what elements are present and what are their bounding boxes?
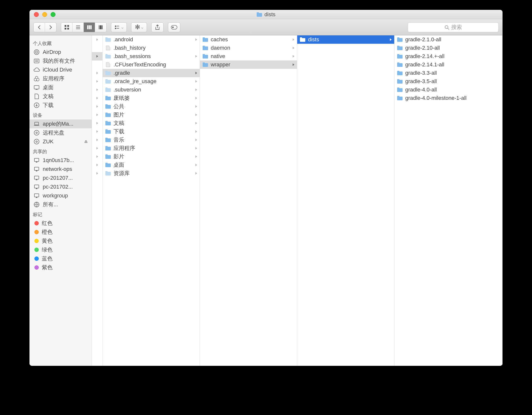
sidebar-item[interactable]: ZUK (29, 137, 92, 146)
chevron-right-icon (389, 38, 392, 42)
eject-icon[interactable] (84, 139, 88, 144)
sidebar-item[interactable]: AirDrop (29, 48, 92, 57)
sidebar-item[interactable]: network-ops (29, 165, 92, 174)
sidebar-item[interactable]: 我的所有文件 (29, 57, 92, 65)
file-row[interactable]: 资源库 (103, 169, 200, 178)
close-button[interactable] (34, 12, 39, 17)
tags-button[interactable] (168, 22, 180, 32)
sidebar-item[interactable]: 远程光盘 (29, 128, 92, 137)
sidebar-item[interactable]: 桌面 (29, 83, 92, 92)
pc-icon (33, 166, 40, 172)
column-preview-arrow[interactable] (92, 144, 102, 152)
file-row[interactable]: 应用程序 (103, 144, 200, 152)
column-preview-arrow[interactable] (92, 111, 102, 119)
sidebar-item[interactable]: 文稿 (29, 92, 92, 101)
sidebar-item[interactable]: iCloud Drive (29, 65, 92, 74)
chevron-right-icon (195, 54, 198, 58)
file-label: .gradle (113, 70, 130, 76)
file-row[interactable]: 音乐 (103, 136, 200, 144)
sidebar-item-label: network-ops (43, 166, 72, 172)
file-row[interactable]: .android (103, 35, 200, 44)
file-row[interactable]: .bash_sessions (103, 52, 200, 60)
share-button[interactable] (151, 22, 164, 32)
file-row[interactable]: gradle-2.10-all (394, 44, 502, 52)
file-row[interactable]: gradle-4.0-milestone-1-all (394, 94, 502, 102)
sidebar-item[interactable]: 所有... (29, 200, 92, 209)
column-preview-arrow[interactable] (92, 94, 102, 102)
file-row[interactable]: dists (297, 35, 394, 44)
sidebar-item[interactable]: 蓝色 (29, 254, 92, 263)
column-preview-arrow[interactable] (92, 86, 102, 94)
file-row[interactable]: 图片 (103, 111, 200, 119)
file-row[interactable]: gradle-2.14.1-all (394, 60, 502, 69)
back-button[interactable] (34, 23, 45, 32)
file-row[interactable]: gradle-4.0-all (394, 86, 502, 94)
file-row[interactable]: .oracle_jre_usage (103, 77, 200, 86)
sidebar-item[interactable]: 橙色 (29, 228, 92, 237)
column-preview-arrow[interactable] (92, 44, 102, 52)
file-row[interactable]: wrapper (200, 60, 297, 69)
sidebar-item[interactable]: 紫色 (29, 263, 92, 272)
file-row[interactable]: 下载 (103, 127, 200, 136)
column-preview-arrow[interactable] (92, 136, 102, 144)
sidebar-item[interactable]: pc-201702... (29, 182, 92, 191)
column-preview-arrow[interactable] (92, 60, 102, 69)
file-row[interactable]: gradle-2.1.0-all (394, 35, 502, 44)
column-preview-arrow[interactable] (92, 102, 102, 111)
file-row[interactable]: caches (200, 35, 297, 44)
file-row[interactable]: daemon (200, 44, 297, 52)
column-preview-arrow[interactable] (92, 119, 102, 127)
search-field[interactable]: 搜索 (408, 22, 499, 32)
file-row[interactable]: 影片 (103, 152, 200, 161)
view-column-button[interactable] (84, 23, 95, 32)
tag-icon (34, 239, 39, 243)
sidebar-item[interactable]: 绿色 (29, 245, 92, 254)
column-preview-arrow[interactable] (92, 77, 102, 86)
sidebar-item[interactable]: apple的Ma... (29, 119, 92, 128)
file-row[interactable]: .subversion (103, 86, 200, 94)
sidebar-item[interactable]: workgroup (29, 191, 92, 200)
view-list-button[interactable] (72, 23, 84, 32)
sidebar-item[interactable]: 应用程序 (29, 74, 92, 83)
sidebar-item[interactable]: 下载 (29, 101, 92, 110)
arrange-button[interactable]: ⌵ (111, 22, 127, 32)
column-preview-arrow[interactable] (92, 127, 102, 136)
view-icon-button[interactable] (61, 23, 72, 32)
column-preview-arrow[interactable] (92, 169, 102, 178)
sidebar-item[interactable]: 红色 (29, 219, 92, 228)
file-label: .bash_sessions (113, 53, 151, 59)
file-row[interactable]: .bash_history (103, 44, 200, 52)
sidebar-item[interactable]: pc-201207... (29, 174, 92, 182)
svg-rect-13 (102, 25, 103, 29)
file-row[interactable]: 公共 (103, 102, 200, 111)
file-label: .subversion (113, 87, 141, 93)
svg-rect-24 (35, 60, 38, 60)
file-row[interactable]: 废纸篓 (103, 94, 200, 102)
file-row[interactable]: gradle-3.5-all (394, 77, 502, 86)
file-label: gradle-2.1.0-all (405, 36, 441, 43)
svg-rect-14 (115, 26, 116, 27)
column-preview-arrow[interactable] (92, 161, 102, 169)
file-row[interactable]: 文稿 (103, 119, 200, 127)
file-row[interactable]: .CFUserTextEncoding (103, 60, 200, 69)
fullscreen-button[interactable] (51, 12, 56, 17)
view-coverflow-button[interactable] (95, 23, 106, 32)
svg-rect-15 (115, 28, 116, 29)
file-row[interactable]: gradle-2.14.+-all (394, 52, 502, 60)
file-row[interactable]: 桌面 (103, 161, 200, 169)
file-row[interactable]: gradle-3.3-all (394, 69, 502, 77)
column-preview-arrow[interactable] (92, 52, 102, 60)
sidebar-item[interactable]: 黄色 (29, 237, 92, 245)
column-preview-arrow[interactable] (92, 152, 102, 161)
column-preview-arrow[interactable] (92, 35, 102, 44)
chevron-right-icon (195, 104, 198, 108)
file-row[interactable]: native (200, 52, 297, 60)
file-label: gradle-2.14.+-all (405, 53, 445, 59)
sidebar-item[interactable]: 1qn0us17b... (29, 156, 92, 165)
action-button[interactable]: ✻⌵ (131, 22, 147, 32)
column-preview-arrow[interactable] (92, 69, 102, 77)
minimize-button[interactable] (42, 12, 47, 17)
chevron-right-icon (195, 113, 198, 117)
forward-button[interactable] (45, 23, 56, 32)
file-row[interactable]: .gradle (103, 69, 200, 77)
